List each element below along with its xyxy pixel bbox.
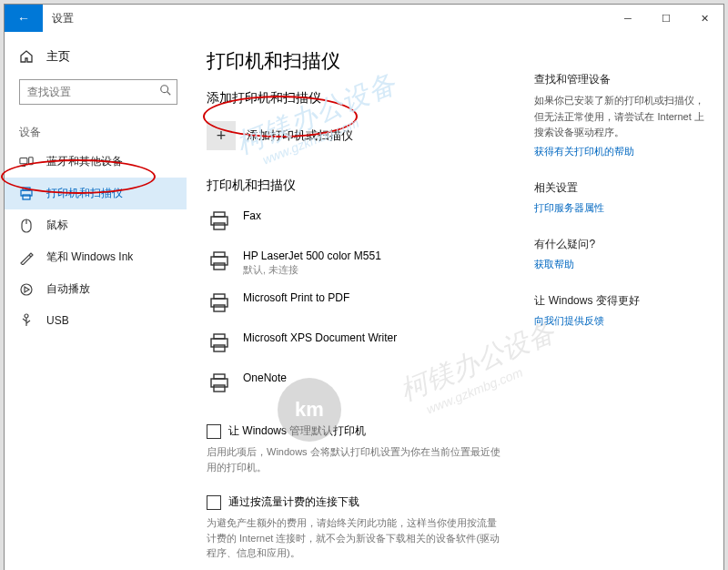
sidebar-item-usb[interactable]: USB xyxy=(5,305,187,336)
devices-heading: 打印机和扫描仪 xyxy=(207,178,509,194)
device-item-pdf[interactable]: Microsoft Print to PDF xyxy=(207,283,509,323)
home-button[interactable]: 主页 xyxy=(5,41,187,72)
checkbox-icon xyxy=(207,495,221,510)
svg-rect-13 xyxy=(214,212,225,217)
mouse-icon xyxy=(19,219,34,233)
aside-heading: 有什么疑问? xyxy=(534,237,713,252)
svg-point-0 xyxy=(161,86,168,93)
aside-heading: 相关设置 xyxy=(534,180,713,196)
page-title: 打印机和扫描仪 xyxy=(207,48,509,74)
device-name: Microsoft XPS Document Writer xyxy=(243,331,397,345)
printer-icon xyxy=(207,331,232,356)
sidebar: 主页 设备 蓝牙和其他设备 打印机和扫描仪 xyxy=(5,32,187,570)
svg-rect-21 xyxy=(214,305,225,311)
device-name: HP LaserJet 500 color M551 xyxy=(243,249,381,263)
svg-rect-19 xyxy=(214,294,225,299)
printer-icon xyxy=(207,371,232,396)
option-default-printer[interactable]: 让 Windows 管理默认打印机 xyxy=(207,423,509,439)
device-item-fax[interactable]: Fax xyxy=(207,201,509,241)
sidebar-section-label: 设备 xyxy=(5,112,187,146)
aside-panel: 查找和管理设备 如果你已安装了新的打印机或扫描仪，但无法正常使用，请尝试在 In… xyxy=(534,48,713,561)
aside-heading: 让 Windows 变得更好 xyxy=(534,293,713,309)
svg-rect-22 xyxy=(214,334,225,339)
sidebar-item-label: 笔和 Windows Ink xyxy=(46,249,133,265)
aside-link-printserver[interactable]: 打印服务器属性 xyxy=(534,201,713,215)
printer-icon xyxy=(207,209,232,234)
svg-rect-18 xyxy=(214,263,225,270)
device-name: Microsoft Print to PDF xyxy=(243,290,349,305)
aside-link-help[interactable]: 获得有关打印机的帮助 xyxy=(534,145,713,158)
option-desc: 启用此项后，Windows 会将默认打印机设置为你在当前位置最近使用的打印机。 xyxy=(207,444,509,474)
sidebar-item-autoplay[interactable]: 自动播放 xyxy=(5,273,187,305)
device-status: 默认, 未连接 xyxy=(243,263,381,276)
option-label: 让 Windows 管理默认打印机 xyxy=(228,423,366,439)
plus-icon: + xyxy=(207,121,236,150)
search-icon xyxy=(159,84,172,97)
usb-icon xyxy=(19,313,34,328)
device-item-xps[interactable]: Microsoft XPS Document Writer xyxy=(207,323,509,363)
printer-icon xyxy=(207,290,232,316)
svg-rect-3 xyxy=(29,157,33,164)
add-printer-button[interactable]: + 添加打印机或扫描仪 xyxy=(207,114,509,158)
pen-icon xyxy=(19,250,34,265)
svg-rect-16 xyxy=(214,252,225,257)
sidebar-item-bluetooth[interactable]: 蓝牙和其他设备 xyxy=(5,146,187,178)
svg-line-1 xyxy=(167,92,171,96)
aside-link-gethelp[interactable]: 获取帮助 xyxy=(534,258,713,271)
device-name: Fax xyxy=(243,209,261,223)
device-name: OneNote xyxy=(243,371,287,385)
add-heading: 添加打印机和扫描仪 xyxy=(207,90,509,107)
printer-icon xyxy=(19,187,34,201)
window-title: 设置 xyxy=(43,5,609,32)
search-input[interactable] xyxy=(19,79,177,105)
svg-point-11 xyxy=(25,314,28,318)
sidebar-item-label: 蓝牙和其他设备 xyxy=(46,154,123,169)
svg-rect-27 xyxy=(214,385,225,392)
svg-point-10 xyxy=(21,284,32,295)
sidebar-item-printers[interactable]: 打印机和扫描仪 xyxy=(5,178,187,209)
devices-icon xyxy=(19,155,34,169)
aside-text: 如果你已安装了新的打印机或扫描仪，但无法正常使用，请尝试在 Internet 上… xyxy=(534,93,713,141)
home-label: 主页 xyxy=(46,48,70,65)
svg-rect-25 xyxy=(214,374,225,379)
svg-rect-15 xyxy=(214,223,225,229)
option-metered[interactable]: 通过按流量计费的连接下载 xyxy=(207,494,509,510)
svg-rect-24 xyxy=(214,345,225,351)
device-item-hp[interactable]: HP LaserJet 500 color M551默认, 未连接 xyxy=(207,241,509,283)
option-label: 通过按流量计费的连接下载 xyxy=(228,494,359,510)
sidebar-item-label: 鼠标 xyxy=(46,218,68,233)
sidebar-item-pen[interactable]: 笔和 Windows Ink xyxy=(5,241,187,273)
checkbox-icon xyxy=(207,424,221,439)
device-item-onenote[interactable]: OneNote xyxy=(207,363,509,403)
aside-link-feedback[interactable]: 向我们提供反馈 xyxy=(534,314,713,328)
home-icon xyxy=(19,49,34,64)
close-button[interactable]: ✕ xyxy=(685,5,723,32)
main-panel: 打印机和扫描仪 添加打印机和扫描仪 + 添加打印机或扫描仪 打印机和扫描仪 Fa… xyxy=(207,48,509,561)
sidebar-item-mouse[interactable]: 鼠标 xyxy=(5,209,187,241)
maximize-button[interactable]: ☐ xyxy=(647,5,685,32)
svg-rect-2 xyxy=(20,158,27,163)
titlebar: ← 设置 ─ ☐ ✕ xyxy=(5,5,723,32)
back-button[interactable]: ← xyxy=(5,5,43,32)
autoplay-icon xyxy=(19,282,34,297)
aside-heading: 查找和管理设备 xyxy=(534,72,713,87)
printer-icon xyxy=(207,249,232,274)
minimize-button[interactable]: ─ xyxy=(609,5,647,32)
sidebar-item-label: USB xyxy=(46,314,69,327)
add-printer-label: 添加打印机或扫描仪 xyxy=(247,128,353,144)
option-desc: 为避免产生额外的费用，请始终关闭此功能，这样当你使用按流量计费的 Interne… xyxy=(207,515,509,561)
sidebar-item-label: 打印机和扫描仪 xyxy=(46,186,123,201)
sidebar-item-label: 自动播放 xyxy=(46,281,90,297)
